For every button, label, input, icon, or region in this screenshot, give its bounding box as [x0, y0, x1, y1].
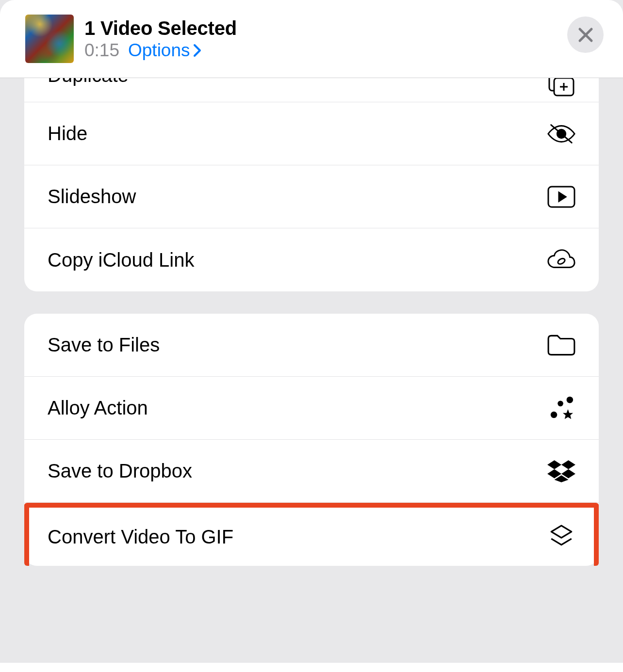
- action-duplicate[interactable]: Duplicate: [24, 78, 599, 102]
- eye-slash-icon: [546, 121, 576, 147]
- action-label: Hide: [48, 123, 87, 144]
- options-label: Options: [128, 40, 190, 61]
- action-group-1: Duplicate Hide Slideshow Copy iCloud Lin…: [24, 78, 599, 291]
- folder-icon: [546, 332, 576, 358]
- header-text: 1 Video Selected 0:15 Options: [84, 17, 604, 61]
- close-icon: [577, 26, 594, 44]
- svg-marker-9: [559, 192, 566, 201]
- action-label: Convert Video To GIF: [48, 526, 233, 548]
- video-thumbnail[interactable]: [25, 15, 74, 63]
- duplicate-icon: [546, 78, 576, 98]
- action-alloy[interactable]: Alloy Action: [24, 377, 599, 440]
- action-label: Save to Files: [48, 334, 160, 356]
- svg-marker-16: [561, 460, 575, 469]
- svg-marker-20: [551, 526, 572, 538]
- svg-point-13: [551, 411, 557, 418]
- sheet-subtitle: 0:15 Options: [84, 40, 604, 61]
- svg-marker-15: [547, 460, 561, 469]
- action-label: Save to Dropbox: [48, 460, 192, 482]
- action-save-to-dropbox[interactable]: Save to Dropbox: [24, 440, 599, 503]
- sheet-header: 1 Video Selected 0:15 Options: [0, 0, 623, 78]
- action-hide[interactable]: Hide: [24, 102, 599, 165]
- layers-icon: [546, 524, 576, 550]
- play-rectangle-icon: [546, 184, 576, 210]
- svg-point-10: [557, 257, 566, 265]
- action-label: Copy iCloud Link: [48, 249, 194, 271]
- action-copy-icloud-link[interactable]: Copy iCloud Link: [24, 228, 599, 291]
- close-button[interactable]: [567, 16, 604, 53]
- action-save-to-files[interactable]: Save to Files: [24, 314, 599, 377]
- actions-content: Duplicate Hide Slideshow Copy iCloud Lin…: [0, 78, 623, 663]
- sheet-title: 1 Video Selected: [84, 17, 604, 39]
- options-button[interactable]: Options: [128, 40, 202, 61]
- svg-marker-14: [563, 409, 573, 418]
- share-sheet: 1 Video Selected 0:15 Options Duplicate: [0, 0, 623, 672]
- video-duration: 0:15: [84, 40, 119, 61]
- action-slideshow[interactable]: Slideshow: [24, 165, 599, 228]
- action-label: Alloy Action: [48, 397, 148, 419]
- svg-point-12: [567, 396, 574, 403]
- alloy-icon: [546, 395, 576, 421]
- action-label: Duplicate: [48, 78, 129, 86]
- cloud-link-icon: [546, 247, 576, 273]
- action-convert-video-to-gif[interactable]: Convert Video To GIF: [24, 503, 599, 566]
- chevron-right-icon: [193, 44, 202, 57]
- dropbox-icon: [546, 458, 576, 484]
- action-group-2: Save to Files Alloy Action Save to Dropb…: [24, 314, 599, 566]
- svg-point-11: [557, 400, 563, 406]
- action-label: Slideshow: [48, 186, 136, 208]
